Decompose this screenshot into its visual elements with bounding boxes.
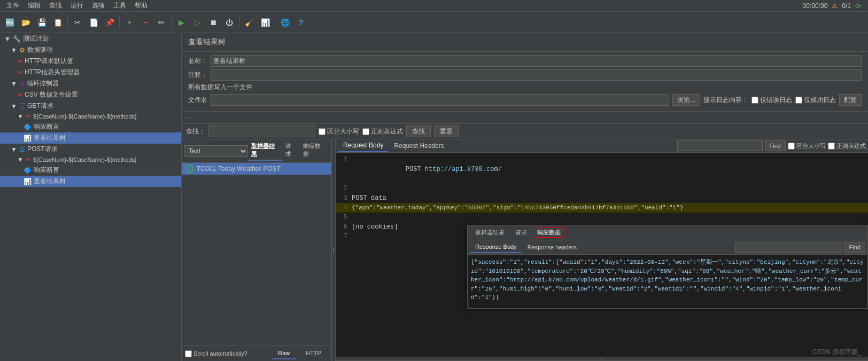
menu-file[interactable]: 文件 [2, 0, 24, 11]
vsep-main [331, 139, 336, 361]
response-find-input[interactable] [735, 242, 842, 253]
menu-edit[interactable]: 编辑 [24, 0, 45, 11]
run-no-pause-btn[interactable]: ▷ [190, 15, 205, 30]
find-btn[interactable]: Find [765, 140, 786, 151]
only-error-label[interactable]: 仅错误日志 [751, 96, 792, 105]
menu-run[interactable]: 运行 [66, 0, 88, 11]
search-btn[interactable]: 查找 [406, 125, 431, 137]
tree-item-assertion[interactable]: 🔷 响应断言 [0, 121, 181, 132]
find-regex-checkbox[interactable] [828, 143, 835, 150]
stop-btn[interactable]: ⏹ [206, 15, 221, 30]
case-sensitive-checkbox[interactable] [319, 128, 326, 135]
shutdown-btn[interactable]: ⏻ [222, 15, 237, 30]
find-input[interactable] [677, 140, 763, 151]
open-btn[interactable]: 📂 [18, 15, 33, 30]
menu-options[interactable]: 选项 [88, 0, 109, 11]
tree-item-sampler[interactable]: ▼ ✂ ${CaseNum}-${CaseName}-${methods} [0, 112, 181, 121]
tree-item-post[interactable]: ▼ ☰ POST请求 [0, 144, 181, 155]
report-btn[interactable]: 📊 [258, 15, 273, 30]
reset-btn[interactable]: 重置 [434, 125, 459, 137]
tree-item-csv[interactable]: ✂ CSV 数据文件设置 [0, 89, 181, 100]
find-regex-label[interactable]: 正则表达式 [828, 142, 866, 150]
response-sampler-tab[interactable]: 取样器结果 [470, 226, 510, 239]
code-line-1: 1 POST http://api.k780.com/ [336, 155, 868, 184]
tab-request[interactable]: 请求 [282, 140, 300, 161]
comment-row: 注释： [188, 69, 862, 81]
edit-btn[interactable]: ✏ [154, 15, 169, 30]
only-success-checkbox[interactable] [795, 97, 802, 104]
sep4 [239, 16, 239, 29]
http-tab[interactable]: HTTP [299, 348, 328, 359]
url-text: http://api.k780.com/ [425, 166, 502, 173]
search-input[interactable] [208, 125, 315, 137]
driver-label: 数据驱动 [27, 45, 53, 54]
tree-item-assertion2[interactable]: 🔷 响应断言 [0, 164, 181, 176]
cut-btn[interactable]: ✂ [70, 15, 85, 30]
tree-item-result-tree2[interactable]: 📊 查看结果树 [0, 176, 181, 187]
response-headers-tab[interactable]: Response headers [522, 242, 582, 253]
paste-btn[interactable]: 📌 [102, 15, 117, 30]
tree-item-http-header[interactable]: ✂ HTTP信息头管理器 [0, 67, 181, 78]
response-find-btn[interactable]: Find [844, 242, 865, 253]
refresh-icon[interactable]: ⟳ [855, 2, 862, 10]
post-icon2: ☰ [19, 146, 25, 153]
case-sensitive-label[interactable]: 区分大小写 [319, 127, 359, 136]
warning-icon: ⚠ [832, 2, 838, 10]
line-num-6: 6 [336, 222, 352, 232]
menu-find[interactable]: 查找 [45, 0, 66, 11]
line-content-1: POST http://api.k780.com/ [352, 155, 502, 184]
config-btn[interactable]: 配置 [839, 94, 862, 106]
name-input[interactable] [211, 55, 862, 67]
search-row: 查找： 区分大小写 正则表达式 查找 重置 [182, 124, 868, 139]
search-area: ··· [182, 112, 868, 124]
clear-btn[interactable]: 🧹 [242, 15, 257, 30]
request-body-tab[interactable]: Request Body [338, 139, 389, 152]
browse-btn[interactable]: 浏览... [672, 94, 700, 106]
filename-input[interactable] [211, 94, 669, 106]
result-item-0[interactable]: ✓ TC001-Today Weather-POST [182, 163, 331, 175]
save-btn[interactable]: 💾 [34, 15, 49, 30]
find-case-label[interactable]: 区分大小写 [788, 142, 826, 150]
remove-btn[interactable]: − [138, 15, 153, 30]
tree-item-loop[interactable]: ▼ ⊞ 循环控制器 [0, 78, 181, 89]
menu-tools[interactable]: 工具 [109, 0, 130, 11]
only-success-label[interactable]: 仅成功日志 [795, 96, 836, 105]
run-btn[interactable]: ▶ [174, 15, 189, 30]
scroll-auto-checkbox[interactable] [185, 350, 192, 357]
help-btn[interactable]: ? [293, 15, 308, 30]
tab-response[interactable]: 响应数据 [300, 140, 329, 161]
code-line-5: 5 [336, 213, 868, 222]
tree-item-driver[interactable]: ▼ ⚙ 数据驱动 [0, 44, 181, 56]
response-data-tab[interactable]: 响应数据 [533, 227, 564, 238]
tree-item-sampler2[interactable]: ▼ ✂ ${CaseNum}-${CaseName}-${methods} [0, 155, 181, 164]
tree-item-http-default[interactable]: ✂ HTTP请求默认值 [0, 56, 181, 67]
regex-checkbox[interactable] [362, 128, 369, 135]
regex-label[interactable]: 正则表达式 [362, 127, 403, 136]
scroll-auto-label[interactable]: Scroll automatically? [185, 350, 247, 357]
response-body-tab[interactable]: Response Body [470, 241, 522, 253]
text-dropdown[interactable]: Text RegExp CSS/JQuery XPath [184, 145, 248, 157]
menu-help[interactable]: 帮助 [130, 0, 152, 11]
tree-item-get[interactable]: ▼ ☰ GET请求 [0, 100, 181, 112]
response-request-tab[interactable]: 请求 [510, 226, 532, 239]
only-error-checkbox[interactable] [751, 97, 758, 104]
loop-label: 循环控制器 [27, 79, 59, 88]
comment-input[interactable] [211, 69, 862, 81]
response-find-bar: Find [735, 242, 865, 253]
watermark: CSDN @程序媛_ [812, 348, 862, 357]
sampler2-icon2: ✂ [26, 156, 31, 163]
tree-item-plan[interactable]: ▼ 🔧 测试计划 [0, 33, 181, 44]
new-btn[interactable]: 🆕 [2, 15, 17, 30]
raw-tab[interactable]: Raw [272, 348, 296, 359]
tab-sampler-result[interactable]: 取样器结果 [248, 140, 282, 161]
request-headers-tab[interactable]: Request Headers [389, 140, 449, 152]
saveas-btn[interactable]: 📋 [50, 15, 65, 30]
filename-label: 文件名 [188, 96, 207, 105]
tree-item-result-tree1[interactable]: 📊 查看结果树 [0, 132, 181, 144]
find-case-checkbox[interactable] [788, 143, 795, 150]
copy-btn[interactable]: 📄 [86, 15, 101, 30]
remote-btn[interactable]: 🌐 [277, 15, 292, 30]
main-layout: ▼ 🔧 测试计划 ▼ ⚙ 数据驱动 ✂ HTTP请求默认值 ✂ HTTP信息头管… [0, 33, 868, 361]
vsep-dot1 [333, 248, 334, 249]
add-btn[interactable]: + [122, 15, 137, 30]
